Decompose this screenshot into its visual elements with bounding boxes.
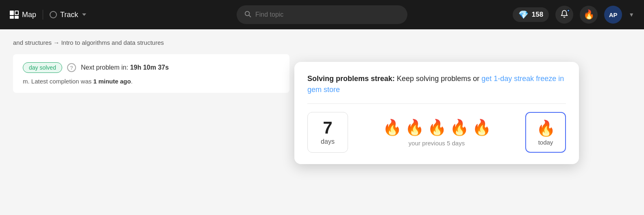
- track-circle-icon: [50, 11, 57, 18]
- svg-line-1: [249, 15, 250, 17]
- today-label: today: [538, 139, 553, 146]
- map-label: Map: [22, 11, 36, 19]
- nav-left: Map Track: [10, 10, 86, 20]
- fire-icon: 🔥: [583, 9, 594, 20]
- avatar[interactable]: AP: [604, 6, 622, 24]
- fire-day-3-icon: 🔥: [427, 118, 446, 136]
- days-number: 7: [323, 119, 332, 136]
- notification-dot: [567, 9, 570, 12]
- gem-count: 158: [532, 11, 543, 19]
- search-container: [237, 5, 407, 24]
- search-input[interactable]: [255, 11, 400, 18]
- content-area: day solved ? Next problem in: 19h 10m 37…: [13, 54, 289, 93]
- chevron-down-icon: [82, 13, 86, 16]
- completion-text: m. Latest completion was 1 minute ago.: [23, 78, 280, 85]
- fire-icons-row: 🔥 🔥 🔥 🔥 🔥: [383, 118, 491, 136]
- status-row: day solved ? Next problem in: 19h 10m 37…: [23, 62, 280, 73]
- today-fire-icon: 🔥: [536, 119, 555, 137]
- streak-divider: [307, 103, 566, 104]
- day-solved-badge: day solved: [23, 62, 62, 73]
- fire-day-4-icon: 🔥: [450, 118, 469, 136]
- search-icon: [244, 10, 251, 19]
- fire-days-group: 🔥 🔥 🔥 🔥 🔥 your previous 5 days: [356, 118, 517, 147]
- fire-day-5-icon: 🔥: [472, 118, 491, 136]
- badge-label: day solved: [29, 64, 56, 71]
- days-label: days: [321, 138, 335, 145]
- help-icon[interactable]: ?: [67, 63, 76, 72]
- today-box: 🔥 today: [525, 112, 566, 153]
- notifications-button[interactable]: [555, 6, 573, 24]
- streak-title-bold: Solving problems streak:: [307, 75, 395, 83]
- map-button[interactable]: Map: [10, 11, 36, 19]
- gem-icon: 💎: [518, 10, 529, 20]
- avatar-initials: AP: [609, 11, 618, 18]
- next-problem-time: 19h 10m 37s: [130, 64, 169, 71]
- streak-popup: Solving problems streak: Keep solving pr…: [294, 62, 579, 164]
- search-bar: [237, 5, 407, 24]
- track-button[interactable]: Track: [50, 11, 86, 19]
- map-icon: [10, 11, 19, 19]
- streak-title-text: Keep solving problems or: [397, 75, 481, 83]
- fire-day-1-icon: 🔥: [383, 118, 402, 136]
- days-box: 7 days: [307, 112, 348, 153]
- nav-divider: [43, 10, 43, 20]
- breadcrumb: and structures → Intro to algorithms and…: [13, 39, 631, 46]
- gem-badge: 💎 158: [513, 7, 549, 22]
- streak-days-row: 7 days 🔥 🔥 🔥 🔥 🔥 your previous 5 days 🔥 …: [307, 112, 566, 153]
- streak-button[interactable]: 🔥: [580, 6, 598, 24]
- completion-prefix: m. Latest completion was: [23, 78, 91, 85]
- track-label: Track: [60, 11, 78, 19]
- previous-days-label: your previous 5 days: [409, 140, 465, 147]
- next-problem-text: Next problem in: 19h 10m 37s: [81, 64, 169, 71]
- streak-title: Solving problems streak: Keep solving pr…: [307, 73, 566, 95]
- avatar-chevron-icon[interactable]: ▼: [629, 11, 634, 18]
- navbar: Map Track 💎 158: [0, 0, 644, 29]
- breadcrumb-text: and structures → Intro to algorithms and…: [13, 39, 164, 46]
- main-content: and structures → Intro to algorithms and…: [0, 29, 644, 215]
- nav-right: 💎 158 🔥 AP ▼: [513, 6, 634, 24]
- completion-time: 1 minute ago: [93, 78, 131, 85]
- fire-day-2-icon: 🔥: [405, 118, 424, 136]
- next-problem-label: Next problem in:: [81, 64, 128, 71]
